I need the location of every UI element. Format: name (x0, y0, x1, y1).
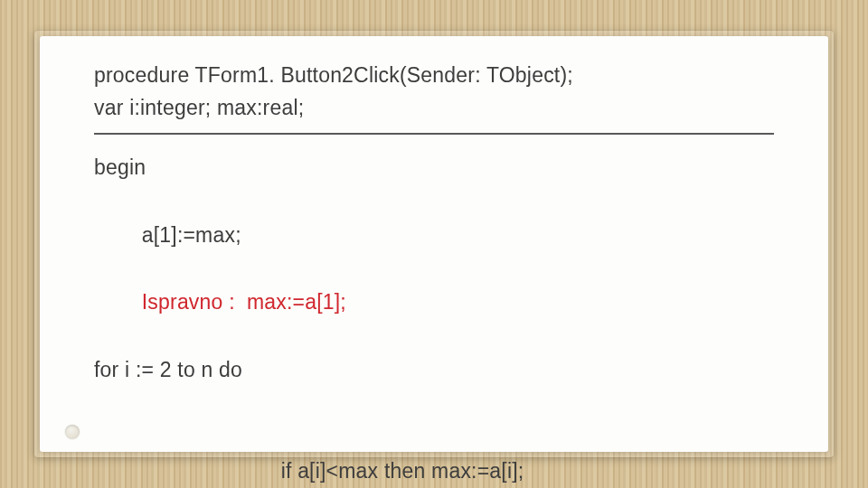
slide-card-outer: procedure TForm1. Button2Click(Sender: T… (34, 31, 834, 457)
code-line-1: a[1]:=max; Ispravno : max:=a[1]; (94, 185, 774, 353)
header-block: procedure TForm1. Button2Click(Sender: T… (94, 60, 774, 124)
code-l3-plain: if a[i]<max then max:=a[i]; (281, 459, 524, 483)
code-begin: begin (94, 151, 774, 184)
code-line-3: if a[i]<max then max:=a[i]; Ispravno > (94, 387, 774, 488)
paper-punch-hole (65, 425, 80, 439)
slide-card: procedure TForm1. Button2Click(Sender: T… (40, 36, 828, 452)
header-line-2: var i:integer; max:real; (94, 92, 774, 125)
header-line-1: procedure TForm1. Button2Click(Sender: T… (94, 60, 774, 92)
code-block: begin a[1]:=max; Ispravno : max:=a[1]; f… (94, 151, 774, 488)
code-l1-correction: Ispravno : max:=a[1]; (142, 290, 346, 314)
code-line-2: for i := 2 to n do (94, 353, 774, 387)
divider (94, 133, 774, 135)
code-l1-plain: a[1]:=max; (142, 223, 241, 247)
